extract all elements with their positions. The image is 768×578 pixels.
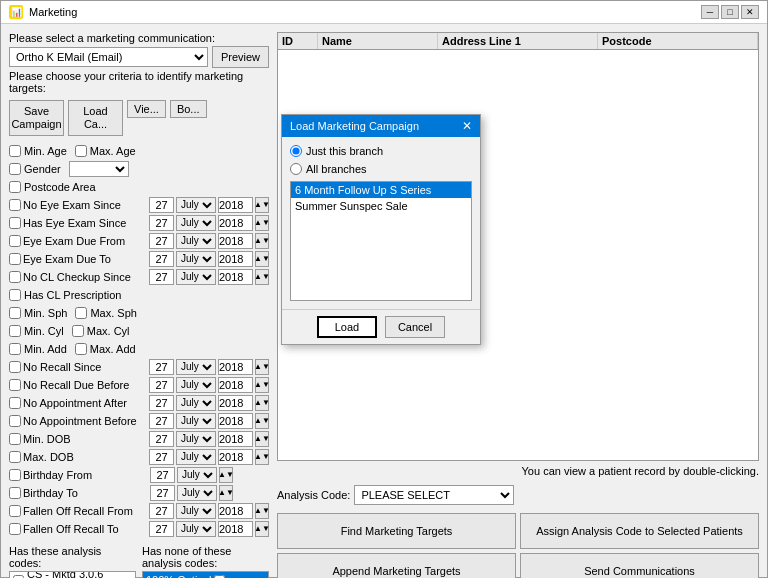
load-campaign-modal: Load Marketing Campaign ✕ Just this bran… — [281, 114, 481, 345]
main-content: Please select a marketing communication:… — [1, 24, 767, 578]
window-title: Marketing — [29, 6, 77, 18]
all-branches-radio[interactable] — [290, 163, 302, 175]
modal-footer: Load Cancel — [282, 309, 480, 344]
campaign-list: 6 Month Follow Up S Series Summer Sunspe… — [290, 181, 472, 301]
all-branches-label: All branches — [306, 163, 367, 175]
close-button[interactable]: ✕ — [741, 5, 759, 19]
modal-close-button[interactable]: ✕ — [462, 119, 472, 133]
just-branch-radio-row: Just this branch — [290, 145, 472, 157]
marketing-window: 📊 Marketing ─ □ ✕ Please select a market… — [0, 0, 768, 578]
modal-cancel-button[interactable]: Cancel — [385, 316, 445, 338]
just-branch-radio[interactable] — [290, 145, 302, 157]
modal-title-bar: Load Marketing Campaign ✕ — [282, 115, 480, 137]
title-bar: 📊 Marketing ─ □ ✕ — [1, 1, 767, 24]
modal-title: Load Marketing Campaign — [290, 120, 419, 132]
minimize-button[interactable]: ─ — [701, 5, 719, 19]
window-controls: ─ □ ✕ — [701, 5, 759, 19]
modal-body: Just this branch All branches 6 Month Fo… — [282, 137, 480, 309]
restore-button[interactable]: □ — [721, 5, 739, 19]
title-bar-left: 📊 Marketing — [9, 5, 77, 19]
all-branches-radio-row: All branches — [290, 163, 472, 175]
modal-load-button[interactable]: Load — [317, 316, 377, 338]
campaign-item-2[interactable]: Summer Sunspec Sale — [291, 198, 471, 214]
just-branch-label: Just this branch — [306, 145, 383, 157]
modal-overlay: Load Marketing Campaign ✕ Just this bran… — [1, 24, 767, 578]
app-icon: 📊 — [9, 5, 23, 19]
campaign-item-1[interactable]: 6 Month Follow Up S Series — [291, 182, 471, 198]
